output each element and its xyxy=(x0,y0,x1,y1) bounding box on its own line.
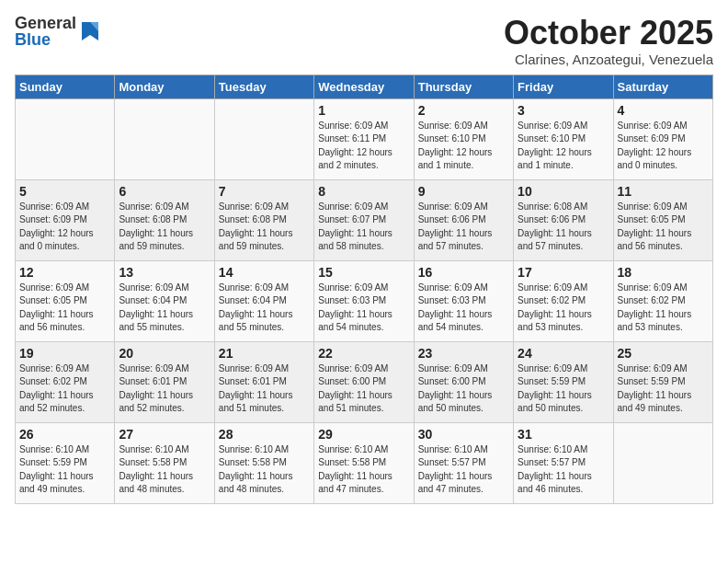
day-number: 25 xyxy=(618,346,709,361)
week-row-3: 12Sunrise: 6:09 AM Sunset: 6:05 PM Dayli… xyxy=(16,260,713,341)
day-info: Sunrise: 6:10 AM Sunset: 5:59 PM Dayligh… xyxy=(19,443,110,497)
weekday-header-row: SundayMondayTuesdayWednesdayThursdayFrid… xyxy=(16,75,713,98)
calendar-cell: 22Sunrise: 6:09 AM Sunset: 6:00 PM Dayli… xyxy=(314,341,414,422)
day-info: Sunrise: 6:09 AM Sunset: 6:07 PM Dayligh… xyxy=(318,201,409,254)
day-info: Sunrise: 6:09 AM Sunset: 6:02 PM Dayligh… xyxy=(518,282,609,335)
calendar-cell: 31Sunrise: 6:10 AM Sunset: 5:57 PM Dayli… xyxy=(514,422,613,503)
calendar-cell: 24Sunrise: 6:09 AM Sunset: 5:59 PM Dayli… xyxy=(514,341,613,422)
day-info: Sunrise: 6:09 AM Sunset: 6:10 PM Dayligh… xyxy=(518,120,609,173)
calendar-cell xyxy=(214,98,313,179)
day-number: 21 xyxy=(219,346,310,361)
day-info: Sunrise: 6:10 AM Sunset: 5:57 PM Dayligh… xyxy=(418,443,509,497)
logo-general-text: General xyxy=(15,15,76,31)
day-info: Sunrise: 6:09 AM Sunset: 6:05 PM Dayligh… xyxy=(19,282,110,335)
calendar-cell xyxy=(613,422,712,503)
day-info: Sunrise: 6:09 AM Sunset: 6:09 PM Dayligh… xyxy=(19,201,110,254)
day-info: Sunrise: 6:09 AM Sunset: 5:59 PM Dayligh… xyxy=(518,362,609,416)
day-info: Sunrise: 6:09 AM Sunset: 6:04 PM Dayligh… xyxy=(219,282,310,335)
weekday-header-saturday: Saturday xyxy=(613,75,712,98)
calendar-cell: 15Sunrise: 6:09 AM Sunset: 6:03 PM Dayli… xyxy=(314,260,414,341)
calendar-cell: 9Sunrise: 6:09 AM Sunset: 6:06 PM Daylig… xyxy=(414,179,513,260)
calendar-cell: 25Sunrise: 6:09 AM Sunset: 5:59 PM Dayli… xyxy=(613,341,712,422)
day-info: Sunrise: 6:09 AM Sunset: 6:08 PM Dayligh… xyxy=(219,201,310,254)
day-info: Sunrise: 6:09 AM Sunset: 6:05 PM Dayligh… xyxy=(618,201,709,254)
day-info: Sunrise: 6:10 AM Sunset: 5:57 PM Dayligh… xyxy=(518,443,609,497)
calendar-cell: 11Sunrise: 6:09 AM Sunset: 6:05 PM Dayli… xyxy=(613,179,712,260)
day-number: 12 xyxy=(19,265,110,280)
calendar-cell: 21Sunrise: 6:09 AM Sunset: 6:01 PM Dayli… xyxy=(214,341,313,422)
weekday-header-tuesday: Tuesday xyxy=(214,75,313,98)
day-info: Sunrise: 6:09 AM Sunset: 6:09 PM Dayligh… xyxy=(618,120,709,173)
day-number: 2 xyxy=(418,103,509,118)
weekday-header-thursday: Thursday xyxy=(414,75,513,98)
calendar-cell: 17Sunrise: 6:09 AM Sunset: 6:02 PM Dayli… xyxy=(514,260,613,341)
day-number: 17 xyxy=(518,265,609,280)
day-info: Sunrise: 6:09 AM Sunset: 6:08 PM Dayligh… xyxy=(119,201,210,254)
day-number: 20 xyxy=(119,346,210,361)
calendar-cell: 1Sunrise: 6:09 AM Sunset: 6:11 PM Daylig… xyxy=(314,98,414,179)
calendar-cell: 7Sunrise: 6:09 AM Sunset: 6:08 PM Daylig… xyxy=(214,179,313,260)
week-row-1: 1Sunrise: 6:09 AM Sunset: 6:11 PM Daylig… xyxy=(16,98,713,179)
day-number: 8 xyxy=(318,184,409,199)
day-number: 22 xyxy=(318,346,409,361)
calendar-cell: 27Sunrise: 6:10 AM Sunset: 5:58 PM Dayli… xyxy=(115,422,214,503)
logo-blue-text: Blue xyxy=(15,31,76,48)
day-number: 29 xyxy=(318,427,409,442)
weekday-header-friday: Friday xyxy=(514,75,613,98)
calendar-cell xyxy=(115,98,214,179)
calendar-cell: 4Sunrise: 6:09 AM Sunset: 6:09 PM Daylig… xyxy=(613,98,712,179)
day-number: 26 xyxy=(19,427,110,442)
calendar-cell: 19Sunrise: 6:09 AM Sunset: 6:02 PM Dayli… xyxy=(16,341,115,422)
day-info: Sunrise: 6:09 AM Sunset: 6:10 PM Dayligh… xyxy=(418,120,509,173)
calendar-cell: 8Sunrise: 6:09 AM Sunset: 6:07 PM Daylig… xyxy=(314,179,414,260)
day-number: 6 xyxy=(119,184,210,199)
calendar-title: October 2025 xyxy=(504,15,713,52)
calendar-cell: 20Sunrise: 6:09 AM Sunset: 6:01 PM Dayli… xyxy=(115,341,214,422)
calendar-cell: 18Sunrise: 6:09 AM Sunset: 6:02 PM Dayli… xyxy=(613,260,712,341)
week-row-5: 26Sunrise: 6:10 AM Sunset: 5:59 PM Dayli… xyxy=(16,422,713,503)
day-info: Sunrise: 6:10 AM Sunset: 5:58 PM Dayligh… xyxy=(219,443,310,497)
logo-icon xyxy=(80,18,100,44)
day-number: 11 xyxy=(618,184,709,199)
calendar-cell: 23Sunrise: 6:09 AM Sunset: 6:00 PM Dayli… xyxy=(414,341,513,422)
week-row-4: 19Sunrise: 6:09 AM Sunset: 6:02 PM Dayli… xyxy=(16,341,713,422)
day-number: 24 xyxy=(518,346,609,361)
day-info: Sunrise: 6:09 AM Sunset: 6:11 PM Dayligh… xyxy=(318,120,409,173)
day-number: 28 xyxy=(219,427,310,442)
weekday-header-wednesday: Wednesday xyxy=(314,75,414,98)
calendar-cell: 28Sunrise: 6:10 AM Sunset: 5:58 PM Dayli… xyxy=(214,422,313,503)
calendar-cell: 30Sunrise: 6:10 AM Sunset: 5:57 PM Dayli… xyxy=(414,422,513,503)
day-number: 10 xyxy=(518,184,609,199)
calendar-table: SundayMondayTuesdayWednesdayThursdayFrid… xyxy=(15,75,713,504)
day-number: 31 xyxy=(518,427,609,442)
calendar-cell: 14Sunrise: 6:09 AM Sunset: 6:04 PM Dayli… xyxy=(214,260,313,341)
calendar-cell: 29Sunrise: 6:10 AM Sunset: 5:58 PM Dayli… xyxy=(314,422,414,503)
logo: General Blue xyxy=(15,15,100,48)
day-number: 15 xyxy=(318,265,409,280)
day-number: 16 xyxy=(418,265,509,280)
calendar-cell xyxy=(16,98,115,179)
calendar-cell: 12Sunrise: 6:09 AM Sunset: 6:05 PM Dayli… xyxy=(16,260,115,341)
calendar-cell: 10Sunrise: 6:08 AM Sunset: 6:06 PM Dayli… xyxy=(514,179,613,260)
day-info: Sunrise: 6:09 AM Sunset: 6:02 PM Dayligh… xyxy=(618,282,709,335)
calendar-cell: 2Sunrise: 6:09 AM Sunset: 6:10 PM Daylig… xyxy=(414,98,513,179)
day-number: 3 xyxy=(518,103,609,118)
day-info: Sunrise: 6:09 AM Sunset: 6:06 PM Dayligh… xyxy=(418,201,509,254)
calendar-cell: 3Sunrise: 6:09 AM Sunset: 6:10 PM Daylig… xyxy=(514,98,613,179)
calendar-cell: 26Sunrise: 6:10 AM Sunset: 5:59 PM Dayli… xyxy=(16,422,115,503)
day-number: 1 xyxy=(318,103,409,118)
day-number: 23 xyxy=(418,346,509,361)
day-number: 7 xyxy=(219,184,310,199)
day-number: 18 xyxy=(618,265,709,280)
calendar-subtitle: Clarines, Anzoategui, Venezuela xyxy=(504,52,713,67)
day-info: Sunrise: 6:09 AM Sunset: 6:01 PM Dayligh… xyxy=(119,362,210,416)
day-info: Sunrise: 6:10 AM Sunset: 5:58 PM Dayligh… xyxy=(119,443,210,497)
day-info: Sunrise: 6:09 AM Sunset: 6:01 PM Dayligh… xyxy=(219,362,310,416)
day-number: 4 xyxy=(618,103,709,118)
weekday-header-sunday: Sunday xyxy=(16,75,115,98)
calendar-cell: 6Sunrise: 6:09 AM Sunset: 6:08 PM Daylig… xyxy=(115,179,214,260)
day-number: 19 xyxy=(19,346,110,361)
day-info: Sunrise: 6:09 AM Sunset: 6:03 PM Dayligh… xyxy=(418,282,509,335)
day-info: Sunrise: 6:09 AM Sunset: 6:02 PM Dayligh… xyxy=(19,362,110,416)
day-info: Sunrise: 6:09 AM Sunset: 5:59 PM Dayligh… xyxy=(618,362,709,416)
